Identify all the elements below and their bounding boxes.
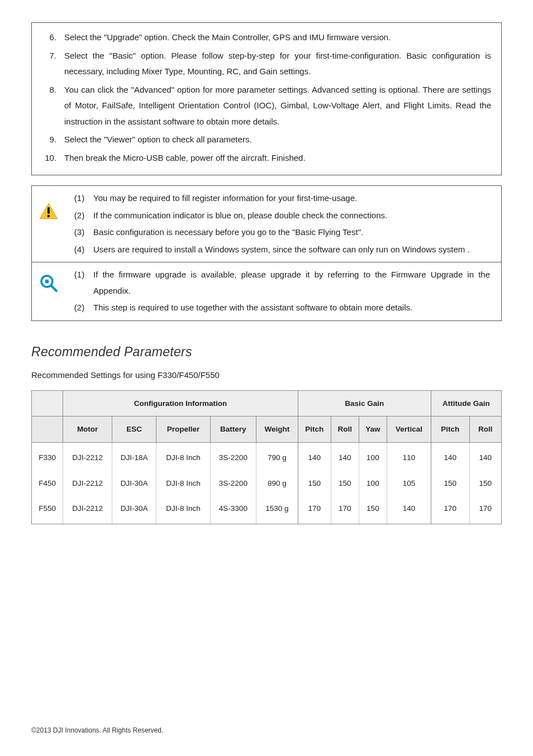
section-heading: Recommended Parameters [31,340,502,365]
table-row: F330 DJI-2212 DJI-18A DJI-8 Inch 3S-2200… [32,442,502,470]
step-row: 8. You can click the "Advanced" option f… [42,82,491,130]
note-text: This step is required to use together wi… [93,300,493,316]
td: DJI-30A [112,496,156,524]
note-number: (1) [65,190,93,207]
info-body: (1) If the firmware upgrade is available… [65,262,501,320]
section-subheading: Recommended Settings for using F330/F450… [31,367,502,384]
th: Yaw [359,417,387,443]
step-number: 9. [42,132,64,148]
td: 890 g [256,471,298,496]
steps-box: 6. Select the "Upgrade" option. Check th… [31,22,502,175]
svg-rect-1 [47,207,50,214]
td: DJI-2212 [63,496,112,524]
th: Motor [63,417,112,443]
step-row: 6. Select the "Upgrade" option. Check th… [42,30,491,46]
eye-icon [32,262,65,293]
th: Vertical [387,417,431,443]
th: Battery [210,417,256,443]
td: DJI-8 Inch [156,471,210,496]
step-number: 7. [42,48,64,80]
td: 3S-2200 [210,471,256,496]
note-text: Users are required to install a Windows … [93,242,493,258]
note-row: (2) If the communication indicator is bl… [65,208,493,224]
note-text: If the communication indicator is blue o… [93,208,493,224]
step-text: Then break the Micro-USB cable, power of… [64,150,491,166]
td: 150 [431,471,469,496]
warning-body: (1) You may be required to fill register… [65,186,501,262]
td: DJI-2212 [63,442,112,470]
td: 100 [359,471,387,496]
td: DJI-8 Inch [156,496,210,524]
th-attitude-gain: Attitude Gain [431,390,501,417]
warning-icon [32,186,65,219]
td: 170 [469,496,501,524]
td: DJI-8 Inch [156,442,210,470]
th: Propeller [156,417,210,443]
td: DJI-2212 [63,471,112,496]
td: 4S-3300 [210,496,256,524]
th: Roll [469,417,501,443]
note-number: (2) [65,300,93,316]
warning-section: (1) You may be required to fill register… [32,186,501,262]
td-model: F330 [32,442,63,470]
td: 110 [387,442,431,470]
notes-box: (1) You may be required to fill register… [31,185,502,321]
td: 150 [359,496,387,524]
step-text: Select the "Basic" option. Please follow… [64,48,491,80]
footer-copyright: ©2013 DJI Innovations. All Rights Reserv… [31,724,163,737]
td: 790 g [256,442,298,470]
td: 170 [431,496,469,524]
td: 140 [331,442,359,470]
td: DJI-18A [112,442,156,470]
parameters-table: Configuration Information Basic Gain Att… [31,390,502,524]
table-col-header-row: Motor ESC Propeller Battery Weight Pitch… [32,417,502,443]
th: Weight [256,417,298,443]
note-number: (4) [65,242,93,258]
table-group-header-row: Configuration Information Basic Gain Att… [32,390,502,417]
td: 140 [431,442,469,470]
table-row: F450 DJI-2212 DJI-30A DJI-8 Inch 3S-2200… [32,471,502,496]
step-number: 10. [42,150,64,166]
info-section: (1) If the firmware upgrade is available… [32,262,501,320]
step-row: 9. Select the "Viewer" option to check a… [42,132,491,148]
note-number: (1) [65,267,93,299]
th: ESC [112,417,156,443]
td: 140 [387,496,431,524]
td: 170 [298,496,331,524]
step-number: 6. [42,30,64,46]
td-model: F550 [32,496,63,524]
note-number: (2) [65,208,93,224]
page: 6. Select the "Upgrade" option. Check th… [0,0,533,756]
th: Pitch [431,417,469,443]
note-text: Basic configuration is necessary before … [93,224,493,241]
td: 105 [387,471,431,496]
td: 150 [298,471,331,496]
td: 150 [469,471,501,496]
step-number: 8. [42,82,64,130]
svg-point-4 [45,280,49,284]
td: 140 [469,442,501,470]
svg-point-2 [47,215,50,218]
note-row: (4) Users are required to install a Wind… [65,242,493,258]
note-row: (3) Basic configuration is necessary bef… [65,224,493,241]
note-row: (2) This step is required to use togethe… [65,300,493,316]
note-text: You may be required to fill register inf… [93,190,493,207]
td: 1530 g [256,496,298,524]
th: Roll [331,417,359,443]
svg-line-5 [51,286,56,291]
td: 140 [298,442,331,470]
step-text: Select the "Viewer" option to check all … [64,132,491,148]
step-row: 7. Select the "Basic" option. Please fol… [42,48,491,80]
th-model-blank [32,417,63,443]
step-row: 10. Then break the Micro-USB cable, powe… [42,150,491,166]
note-text: If the firmware upgrade is available, pl… [93,267,493,299]
td: DJI-30A [112,471,156,496]
th-basic-gain: Basic Gain [298,390,431,417]
td: 100 [359,442,387,470]
table-row: F550 DJI-2212 DJI-30A DJI-8 Inch 4S-3300… [32,496,502,524]
td: 170 [331,496,359,524]
td: 3S-2200 [210,442,256,470]
step-text: You can click the "Advanced" option for … [64,82,491,130]
note-row: (1) If the firmware upgrade is available… [65,267,493,299]
th-config: Configuration Information [63,390,298,417]
